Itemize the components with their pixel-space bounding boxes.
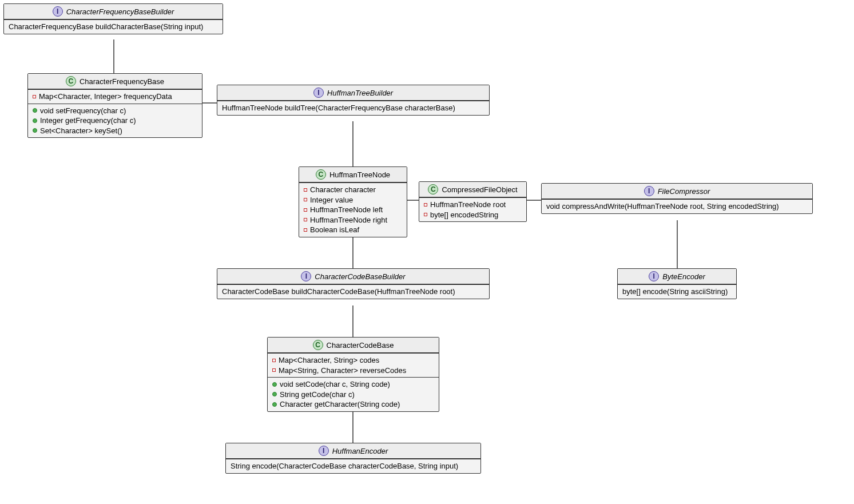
members-section: void compressAndWrite(HuffmanTreeNode ro… xyxy=(542,199,812,213)
class-icon: C xyxy=(66,76,76,86)
class-header: I CharacterFrequencyBaseBuilder xyxy=(4,4,223,19)
class-header: I CharacterCodeBaseBuilder xyxy=(217,269,489,284)
class-file-compressor: I FileCompressor void compressAndWrite(H… xyxy=(541,183,813,214)
interface-icon: I xyxy=(649,271,659,281)
class-name: CharacterFrequencyBaseBuilder xyxy=(66,7,174,16)
class-character-frequency-base: C CharacterFrequencyBase Map<Character, … xyxy=(27,73,202,138)
members-section: HuffmanTreeNode buildTree(CharacterFrequ… xyxy=(217,101,489,115)
field-row: HuffmanTreeNode left xyxy=(304,205,402,215)
class-header: I ByteEncoder xyxy=(618,269,736,284)
private-icon xyxy=(272,359,276,362)
public-icon xyxy=(33,108,37,113)
class-compressed-file-object: C CompressedFileObject HuffmanTreeNode r… xyxy=(419,181,527,222)
class-huffman-tree-node: C HuffmanTreeNode Character character In… xyxy=(299,166,407,237)
class-name: CharacterFrequencyBase xyxy=(80,77,164,86)
method-row: void setFrequency(char c) xyxy=(33,106,197,116)
private-icon xyxy=(304,228,307,232)
class-header: C CharacterCodeBase xyxy=(268,338,439,353)
private-icon xyxy=(304,188,307,192)
method-row: Character getCharacter(String code) xyxy=(272,399,434,410)
method-row: String encode(CharacterCodeBase characte… xyxy=(231,461,476,471)
public-icon xyxy=(272,402,277,407)
method-row: HuffmanTreeNode buildTree(CharacterFrequ… xyxy=(222,103,484,113)
field-row: HuffmanTreeNode right xyxy=(304,215,402,225)
methods-section: void setFrequency(char c) Integer getFre… xyxy=(28,104,202,138)
class-huffman-tree-builder: I HuffmanTreeBuilder HuffmanTreeNode bui… xyxy=(217,85,490,116)
class-character-code-base-builder: I CharacterCodeBaseBuilder CharacterCode… xyxy=(217,268,490,299)
public-icon xyxy=(272,392,277,396)
class-header: I HuffmanTreeBuilder xyxy=(217,85,489,101)
public-icon xyxy=(272,382,277,387)
class-icon: C xyxy=(428,184,438,195)
method-row: void setCode(char c, String code) xyxy=(272,379,434,390)
class-header: C CharacterFrequencyBase xyxy=(28,74,202,89)
public-icon xyxy=(33,128,37,133)
fields-section: HuffmanTreeNode root byte[] encodedStrin… xyxy=(419,197,526,221)
class-character-frequency-base-builder: I CharacterFrequencyBaseBuilder Characte… xyxy=(3,3,223,34)
method-row: void compressAndWrite(HuffmanTreeNode ro… xyxy=(546,201,808,212)
class-name: HuffmanEncoder xyxy=(332,447,388,455)
field-row: Map<Character, Integer> frequencyData xyxy=(33,92,197,102)
members-section: CharacterFrequencyBase buildCharacterBas… xyxy=(4,19,223,34)
class-huffman-encoder: I HuffmanEncoder String encode(Character… xyxy=(225,443,481,474)
members-section: String encode(CharacterCodeBase characte… xyxy=(226,459,480,473)
field-row: HuffmanTreeNode root xyxy=(424,200,522,210)
interface-icon: I xyxy=(301,271,311,281)
class-name: ByteEncoder xyxy=(662,272,705,281)
method-row: String getCode(char c) xyxy=(272,390,434,400)
interface-icon: I xyxy=(53,6,63,17)
class-name: HuffmanTreeNode xyxy=(329,170,390,179)
class-header: C CompressedFileObject xyxy=(419,182,526,197)
private-icon xyxy=(304,198,307,201)
method-row: Integer getFrequency(char c) xyxy=(33,116,197,126)
members-section: CharacterCodeBase buildCharacterCodeBase… xyxy=(217,284,489,299)
interface-icon: I xyxy=(319,446,329,456)
class-name: FileCompressor xyxy=(658,187,710,196)
members-section: byte[] encode(String asciiString) xyxy=(618,284,736,299)
private-icon xyxy=(304,208,307,212)
fields-section: Character character Integer value Huffma… xyxy=(299,182,407,237)
method-row: CharacterFrequencyBase buildCharacterBas… xyxy=(9,22,218,32)
methods-section: void setCode(char c, String code) String… xyxy=(268,377,439,411)
class-character-code-base: C CharacterCodeBase Map<Character, Strin… xyxy=(267,337,439,412)
field-row: Map<String, Character> reverseCodes xyxy=(272,366,434,376)
class-byte-encoder: I ByteEncoder byte[] encode(String ascii… xyxy=(617,268,737,299)
class-icon: C xyxy=(316,169,326,180)
private-icon xyxy=(304,218,307,221)
class-name: CharacterCodeBase xyxy=(327,341,394,350)
method-row: Set<Character> keySet() xyxy=(33,126,197,136)
field-row: Integer value xyxy=(304,195,402,205)
private-icon xyxy=(272,368,276,372)
class-header: I FileCompressor xyxy=(542,184,812,199)
interface-icon: I xyxy=(644,186,654,196)
field-row: Character character xyxy=(304,185,402,195)
fields-section: Map<Character, Integer> frequencyData xyxy=(28,89,202,104)
method-row: CharacterCodeBase buildCharacterCodeBase… xyxy=(222,287,484,297)
class-name: CharacterCodeBaseBuilder xyxy=(315,272,405,281)
class-icon: C xyxy=(313,340,323,350)
fields-section: Map<Character, String> codes Map<String,… xyxy=(268,353,439,377)
class-name: CompressedFileObject xyxy=(442,185,517,194)
private-icon xyxy=(424,203,427,207)
field-row: Boolean isLeaf xyxy=(304,225,402,235)
class-header: I HuffmanEncoder xyxy=(226,443,480,459)
private-icon xyxy=(33,95,36,98)
interface-icon: I xyxy=(313,88,324,98)
private-icon xyxy=(424,213,427,216)
public-icon xyxy=(33,118,37,123)
class-name: HuffmanTreeBuilder xyxy=(327,89,393,97)
field-row: Map<Character, String> codes xyxy=(272,355,434,366)
class-header: C HuffmanTreeNode xyxy=(299,167,407,182)
method-row: byte[] encode(String asciiString) xyxy=(622,287,732,297)
field-row: byte[] encodedString xyxy=(424,210,522,220)
